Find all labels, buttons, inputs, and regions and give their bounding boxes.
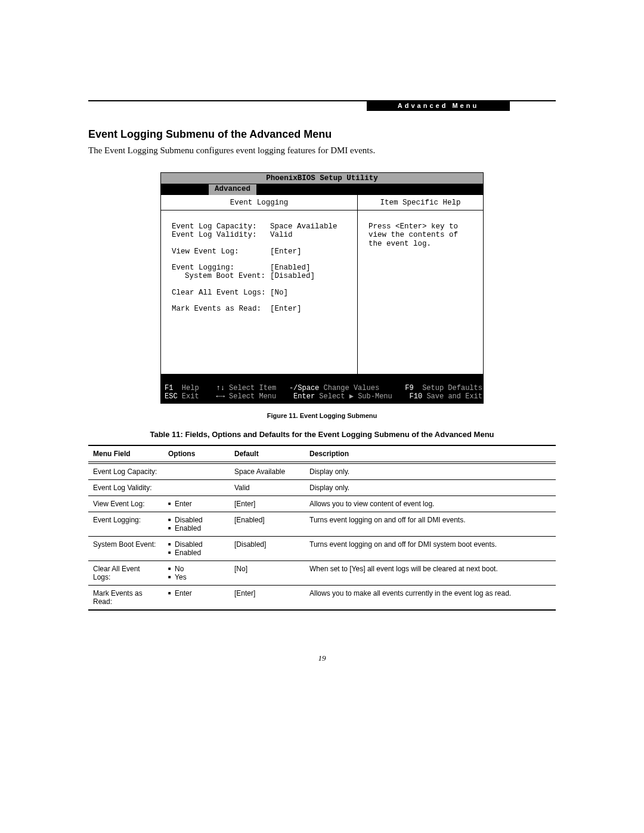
- table-cell-options: DisabledEnabled: [163, 512, 230, 536]
- bios-field-value: [No]: [270, 289, 288, 297]
- table-header: Options: [163, 445, 230, 463]
- table-cell-default: [Enter]: [230, 496, 305, 512]
- bios-field-value: [Enter]: [270, 247, 302, 256]
- table-row: Event Log Capacity:Space AvailableDispla…: [88, 463, 556, 480]
- table-cell-options: Enter: [163, 585, 230, 610]
- table-row: Event Log Validity:ValidDisplay only.: [88, 479, 556, 496]
- intro-text: The Event Logging Submenu configures eve…: [88, 145, 556, 156]
- table-header: Description: [305, 445, 556, 463]
- bios-field-value: [Enabled]: [270, 264, 311, 272]
- bios-field-label: System Boot Event:: [172, 272, 270, 280]
- table-cell-description: When set to [Yes] all event logs will be…: [305, 561, 556, 585]
- table-row: Clear All Event Logs:NoYes[No]When set t…: [88, 561, 556, 585]
- bios-tab-advanced: Advanced: [209, 184, 256, 195]
- table-cell-options: DisabledEnabled: [163, 536, 230, 561]
- bios-field-label: Mark Events as Read:: [172, 305, 270, 313]
- table-cell-default: [Enabled]: [230, 512, 305, 536]
- table-header: Default: [230, 445, 305, 463]
- table-cell-default: Space Available: [230, 463, 305, 480]
- table-row: System Boot Event:DisabledEnabled[Disabl…: [88, 536, 556, 561]
- table-cell-default: Valid: [230, 479, 305, 496]
- table-cell-field: Event Log Validity:: [88, 479, 163, 496]
- bios-help-line: Press <Enter> key to: [369, 222, 473, 231]
- section-title: Event Logging Submenu of the Advanced Me…: [88, 128, 556, 141]
- table-cell-options: NoYes: [163, 561, 230, 585]
- table-cell-field: Clear All Event Logs:: [88, 561, 163, 585]
- table-cell-options: [163, 479, 230, 496]
- table-cell-description: Allows you to make all events currently …: [305, 585, 556, 610]
- bios-help-line: the event log.: [369, 240, 473, 248]
- table-cell-default: [Disabled]: [230, 536, 305, 561]
- bios-field-label: View Event Log:: [172, 247, 270, 256]
- option-item: Disabled: [168, 540, 225, 549]
- bios-field-value: Valid: [270, 231, 293, 239]
- table-row: View Event Log:Enter[Enter]Allows you to…: [88, 496, 556, 512]
- option-item: Enter: [168, 589, 225, 597]
- figure-caption: Figure 11. Event Logging Submenu: [88, 412, 556, 419]
- option-item: Enter: [168, 500, 225, 508]
- table-caption: Table 11: Fields, Options and Defaults f…: [88, 430, 556, 439]
- bios-field-label: Clear All Event Logs:: [172, 289, 270, 297]
- bios-left-pane-title: Event Logging: [161, 195, 357, 210]
- bios-field-label: Event Logging:: [172, 264, 270, 272]
- table-cell-description: Display only.: [305, 463, 556, 480]
- option-item: Yes: [168, 573, 225, 581]
- bios-field-value: [Enter]: [270, 305, 302, 313]
- options-table: Menu Field Options Default Description E…: [88, 445, 556, 611]
- bios-right-pane-title: Item Specific Help: [358, 195, 483, 210]
- table-cell-options: [163, 463, 230, 480]
- bios-field-value: Space Available: [270, 222, 338, 231]
- bios-help-line: view the contents of: [369, 231, 473, 239]
- table-cell-description: Turns event logging on and off for DMI s…: [305, 536, 556, 561]
- bios-screenshot: PhoenixBIOS Setup Utility Advanced Event…: [160, 172, 484, 404]
- table-cell-field: Event Log Capacity:: [88, 463, 163, 480]
- table-cell-field: View Event Log:: [88, 496, 163, 512]
- bios-help-text: Press <Enter> key to view the contents o…: [358, 210, 483, 248]
- table-row: Event Logging:DisabledEnabled[Enabled]Tu…: [88, 512, 556, 536]
- table-cell-field: Event Logging:: [88, 512, 163, 536]
- bios-title: PhoenixBIOS Setup Utility: [161, 173, 483, 184]
- option-item: Enabled: [168, 524, 225, 532]
- bios-field-label: Event Log Validity:: [172, 231, 270, 239]
- bios-tab-bar: Advanced: [161, 184, 483, 195]
- table-cell-description: Allows you to view content of event log.: [305, 496, 556, 512]
- table-cell-options: Enter: [163, 496, 230, 512]
- table-cell-description: Display only.: [305, 479, 556, 496]
- table-header: Menu Field: [88, 445, 163, 463]
- header-tag: Advanced Menu: [367, 100, 510, 111]
- bios-footer: F1 Help ↑↓ Select Item -/Space Change Va…: [161, 374, 483, 402]
- table-cell-description: Turns event logging on and off for all D…: [305, 512, 556, 536]
- table-cell-field: System Boot Event:: [88, 536, 163, 561]
- option-item: No: [168, 565, 225, 573]
- table-cell-default: [No]: [230, 561, 305, 585]
- table-body: Event Log Capacity:Space AvailableDispla…: [88, 463, 556, 610]
- option-item: Enabled: [168, 549, 225, 557]
- table-cell-default: [Enter]: [230, 585, 305, 610]
- table-row: Mark Events as Read:Enter[Enter]Allows y…: [88, 585, 556, 610]
- option-item: Disabled: [168, 516, 225, 524]
- bios-field-label: Event Log Capacity:: [172, 222, 270, 231]
- table-cell-field: Mark Events as Read:: [88, 585, 163, 610]
- bios-field-value: [Disabled]: [270, 272, 315, 280]
- page-number: 19: [318, 654, 326, 663]
